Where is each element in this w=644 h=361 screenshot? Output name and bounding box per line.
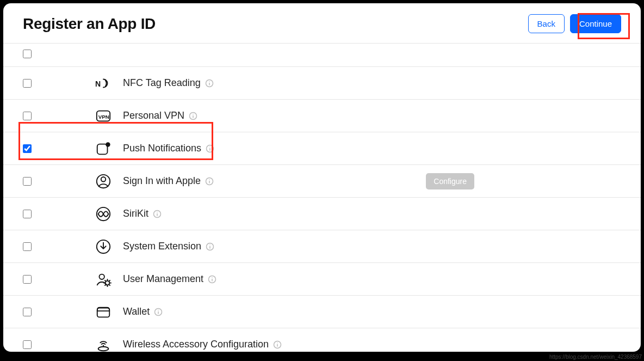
capability-row-push: Push Notifications	[3, 132, 641, 164]
capability-checkbox-sysext[interactable]	[23, 242, 32, 251]
capability-checkbox-usermgmt[interactable]	[23, 275, 32, 284]
vpn-icon: VPN	[94, 108, 113, 124]
configure-button-siwa[interactable]: Configure	[426, 173, 474, 189]
capability-row-siwa: Sign In with AppleConfigure	[3, 164, 641, 197]
svg-point-40	[277, 342, 277, 343]
capability-label-siwa: Sign In with Apple	[123, 175, 214, 187]
nfc-icon: N	[94, 75, 113, 91]
info-icon[interactable]	[205, 79, 214, 88]
capability-checkbox-nfc[interactable]	[23, 79, 32, 88]
capability-label-siri: SiriKit	[123, 208, 162, 219]
svg-point-26	[209, 244, 210, 245]
capability-label-sysext: System Extension	[123, 241, 214, 252]
svg-point-13	[209, 146, 210, 147]
svg-point-8	[193, 114, 193, 114]
capability-row-sysext: System Extension	[3, 230, 641, 262]
svg-point-37	[103, 345, 104, 346]
svg-point-15	[101, 177, 106, 181]
register-app-id-panel: Register an App ID Back Continue NNFC Ta…	[3, 3, 641, 352]
capability-row-row0	[3, 43, 641, 66]
info-icon[interactable]	[154, 308, 163, 316]
page-title: Register an App ID	[23, 15, 156, 33]
info-icon[interactable]	[208, 275, 216, 284]
info-icon[interactable]	[205, 177, 214, 186]
header-buttons: Back Continue	[528, 14, 621, 33]
usergear-icon	[94, 271, 113, 287]
capability-checkbox-vpn[interactable]	[23, 112, 32, 120]
wallet-icon	[94, 304, 113, 320]
svg-point-36	[98, 346, 109, 351]
capability-checkbox-wallet[interactable]	[23, 308, 32, 316]
blank-icon	[94, 46, 113, 62]
capability-checkbox-wac[interactable]	[23, 340, 32, 349]
continue-button[interactable]: Continue	[570, 14, 621, 33]
info-icon[interactable]	[273, 340, 282, 349]
info-icon[interactable]	[189, 112, 197, 120]
download-icon	[94, 238, 113, 255]
capability-label-usermgmt: User Management	[123, 273, 216, 285]
capability-label-nfc: NFC Tag Reading	[123, 77, 214, 89]
capability-label-push: Push Notifications	[123, 143, 214, 154]
push-icon	[94, 140, 113, 157]
capability-label-wallet: Wallet	[123, 306, 163, 317]
capability-row-siri: SiriKit	[3, 197, 641, 230]
svg-point-35	[158, 310, 159, 310]
capability-checkbox-siri[interactable]	[23, 210, 32, 218]
capability-label-wac: Wireless Accessory Configuration	[123, 339, 282, 350]
svg-point-22	[157, 212, 157, 212]
person-icon	[94, 173, 113, 189]
svg-rect-32	[97, 308, 110, 317]
watermark: https://blog.csdn.net/weixin_42368597	[549, 354, 642, 360]
capability-checkbox-siwa[interactable]	[23, 177, 32, 186]
back-button[interactable]: Back	[528, 14, 565, 33]
svg-text:VPN: VPN	[98, 113, 109, 119]
svg-point-27	[100, 274, 104, 279]
capabilities-list: NNFC Tag ReadingVPNPersonal VPNPush Noti…	[3, 43, 641, 352]
capability-row-nfc: NNFC Tag Reading	[3, 66, 641, 99]
svg-point-10	[106, 142, 110, 146]
info-icon[interactable]	[206, 144, 214, 153]
capability-row-wac: Wireless Accessory Configuration	[3, 328, 641, 352]
capability-row-vpn: VPNPersonal VPN	[3, 99, 641, 132]
capability-checkbox-row0[interactable]	[23, 50, 32, 58]
svg-point-18	[209, 179, 209, 180]
svg-point-31	[212, 277, 212, 278]
header: Register an App ID Back Continue	[3, 3, 641, 35]
siri-icon	[94, 206, 113, 222]
svg-text:N: N	[95, 79, 101, 88]
capability-row-wallet: Wallet	[3, 295, 641, 328]
capability-checkbox-push[interactable]	[23, 144, 32, 153]
capability-label-vpn: Personal VPN	[123, 110, 197, 121]
capability-row-usermgmt: User Management	[3, 262, 641, 295]
svg-point-3	[209, 81, 209, 82]
wireless-icon	[94, 336, 113, 352]
info-icon[interactable]	[206, 242, 214, 251]
info-icon[interactable]	[153, 210, 162, 218]
